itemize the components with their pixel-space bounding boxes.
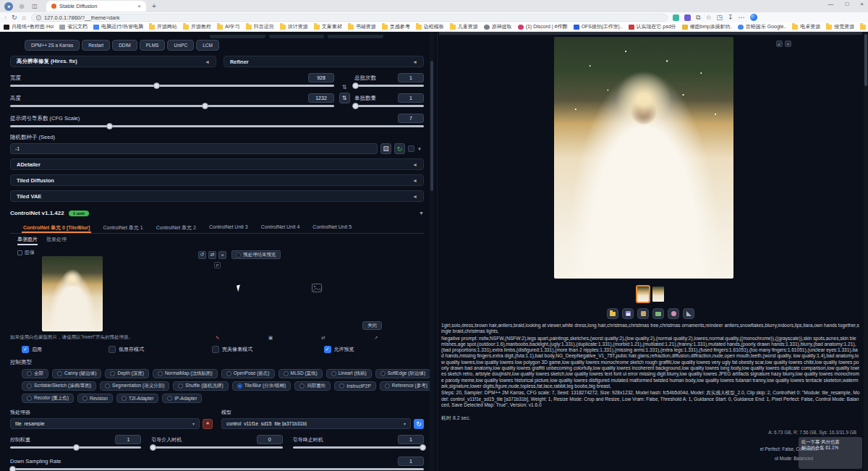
bookmark[interactable]: 标配资源 [860, 23, 868, 30]
control-type-tile-blur[interactable]: Tile/Blur (分块/模糊) [232, 381, 292, 391]
sampler-plms[interactable]: PLMS [140, 40, 166, 51]
batch-tab[interactable]: 批量处理 [46, 236, 67, 245]
bookmark[interactable]: 开源网站 [149, 23, 177, 30]
refiner-accordion[interactable]: Refiner ◄ [224, 56, 424, 67]
control-type-all[interactable]: 全部 [22, 369, 48, 378]
send-to-inpaint-button[interactable] [668, 308, 679, 319]
control-type-inpaint[interactable]: 局部重绘 [294, 381, 331, 391]
send-to-extras-button[interactable] [683, 308, 694, 319]
mirror-webcam-icon[interactable]: ⇄ [321, 335, 368, 341]
allow-preview-option[interactable]: ✓ 允许预览 [312, 346, 416, 353]
close-gallery-icon[interactable]: × [785, 41, 791, 47]
controlnet-unit-3-tab[interactable]: ControlNet Unit 3 [208, 223, 250, 233]
save-image-button[interactable] [622, 308, 634, 319]
window-maximize-button[interactable]: □ [845, 1, 848, 7]
run-preprocessor-button[interactable]: ✶ [203, 419, 213, 429]
open-folder-button[interactable] [607, 308, 618, 319]
guidance-start-value[interactable]: 0 [257, 435, 283, 444]
control-type-shuffle[interactable]: Shuffle (随机洗牌) [173, 381, 228, 391]
bookmark[interactable]: 原神提取 [484, 23, 512, 30]
swap-preview-icon[interactable]: ⇄ [208, 251, 216, 259]
hires-fix-accordion[interactable]: 高分辨率修复 (Hires. fix) ◄ [10, 56, 216, 67]
browser-menu-icon[interactable]: ⋯ [739, 14, 745, 21]
controlnet-accordion[interactable]: ControlNet v1.1.422 1 unit ▼ [10, 208, 424, 218]
bookmark[interactable]: 省沉文档 [59, 23, 88, 30]
swap-dimensions-button[interactable]: ⇅ [339, 93, 350, 103]
batch-count-value[interactable]: 1 [398, 73, 424, 82]
split-screen-icon[interactable]: ⧉ [696, 14, 700, 21]
bookmark[interactable]: (1) Discord | #作弊|.. [518, 23, 568, 30]
controlnet-unit-4-tab[interactable]: ControlNet Unit 4 [260, 223, 302, 233]
random-seed-button[interactable]: ⚄ [380, 143, 391, 154]
bookmark[interactable]: 电脑运行/热管电脑.. [93, 23, 143, 30]
new-canvas-icon[interactable]: ✎ [216, 335, 263, 341]
control-type-segmentation[interactable]: Segmentation (语义分割) [100, 381, 169, 391]
send-to-img2img-button[interactable] [652, 308, 664, 319]
profile-icon[interactable]: ● [4, 2, 13, 11]
controlnet-unit-5-tab[interactable]: ControlNet Unit 5 [311, 223, 353, 233]
control-type-softedge[interactable]: SoftEdge (软边缘) [375, 369, 430, 378]
control-type-t2i-adapter[interactable]: T2I-Adapter [116, 394, 158, 403]
cfg-value[interactable]: 7 [398, 114, 424, 123]
window-minimize-button[interactable]: — [827, 1, 833, 7]
bookmark[interactable]: 边框模板 [416, 23, 444, 30]
controlnet-unit-1-tab[interactable]: ControlNet 单元 1 [101, 223, 144, 233]
bookmark[interactable]: 吕格纸+教程图 Hol.. [4, 23, 54, 30]
bookmark[interactable]: 报觉资源 [826, 23, 854, 30]
bookmark[interactable]: 音蛙国乐 Google.. [738, 23, 786, 30]
control-type-mlsd[interactable]: MLSD (直线) [278, 369, 323, 378]
batch-size-value[interactable]: 1 [398, 93, 424, 103]
bookmark[interactable]: 认实现在它.psd分 [629, 23, 676, 30]
control-type-recolor[interactable]: Recolor (重上色) [22, 394, 74, 403]
clear-preview-icon[interactable]: × [218, 251, 226, 259]
preprocessor-preview-box[interactable]: ↺ ⇄ × 预处理结果预览 P 关闭 [192, 247, 424, 333]
bookmark[interactable]: AI学习 [217, 23, 240, 30]
downloads-icon[interactable]: ↧ [728, 14, 733, 21]
send-dimensions-icon[interactable]: ↗ [374, 335, 421, 341]
undo-icon[interactable]: ↺ [198, 251, 206, 259]
control-type-openpose[interactable]: OpenPose (姿态) [221, 369, 275, 378]
width-slider[interactable] [10, 85, 334, 87]
controlnet-unit-2-tab[interactable]: ControlNet 单元 2 [155, 223, 197, 233]
tab-list-icon[interactable]: ◫ [30, 2, 39, 11]
page-scrollbar[interactable] [864, 32, 868, 471]
preview-checkbox[interactable] [236, 253, 241, 258]
copilot-icon[interactable] [750, 14, 757, 21]
tiled-vae-accordion[interactable]: Tiled VAE ◄ [10, 190, 424, 202]
extension-icon-2[interactable] [684, 14, 691, 21]
workspaces-icon[interactable]: ◎ [17, 2, 26, 11]
browser-tab[interactable]: Stable Diffusion × [46, 1, 146, 12]
extra-seed-checkbox[interactable] [408, 145, 414, 152]
bookmark[interactable]: 书籍资源 [348, 23, 376, 30]
controlnet-unit-0-tab[interactable]: ControlNet 单元 0 [Tile/Blur] [22, 223, 91, 233]
bookmark[interactable]: 开源教程 [183, 23, 211, 30]
extension-icon-1[interactable] [673, 14, 679, 21]
single-image-tab[interactable]: 单张图片 [17, 236, 38, 245]
control-type-depth[interactable]: Depth (深度) [105, 369, 148, 378]
favorites-icon[interactable]: ☆ [705, 14, 711, 21]
pin-icon[interactable]: P [214, 262, 221, 268]
control-weight-slider[interactable] [10, 446, 141, 449]
bookmark[interactable]: OFS接拍|工作室|.. [574, 23, 623, 30]
new-tab-button[interactable]: + [152, 2, 156, 10]
batch-count-slider[interactable] [354, 85, 424, 87]
sampler-ddim[interactable]: DDIM [112, 40, 137, 51]
refresh-icon[interactable]: ↻ [12, 14, 17, 21]
lowvram-option[interactable]: 低显存模式 [97, 346, 200, 353]
sampler-restart[interactable]: Restart [82, 40, 110, 51]
lowvram-checkbox[interactable] [109, 346, 116, 353]
control-weight-value[interactable]: 1 [115, 435, 141, 444]
preprocessor-select[interactable]: tile_resample ▾ [10, 418, 200, 429]
control-type-reference[interactable]: Reference (参考) [380, 381, 430, 391]
tab-close-icon[interactable]: × [137, 3, 141, 9]
webcam-icon[interactable]: ▣ [268, 335, 315, 341]
close-preview-button[interactable]: 关闭 [362, 321, 382, 330]
pixel-perfect-checkbox[interactable] [212, 346, 219, 353]
refresh-models-button[interactable]: ↻ [414, 419, 424, 429]
home-icon[interactable]: ⌂ [22, 14, 26, 21]
enable-checkbox[interactable]: ✓ [22, 346, 29, 353]
control-type-revision[interactable]: Revision [77, 394, 113, 403]
control-type-canny[interactable]: Canny (硬边缘) [52, 369, 101, 378]
bookmark[interactable]: 电卓资源 [792, 23, 820, 30]
tiled-diffusion-accordion[interactable]: Tiled Diffusion ◄ [10, 174, 424, 186]
